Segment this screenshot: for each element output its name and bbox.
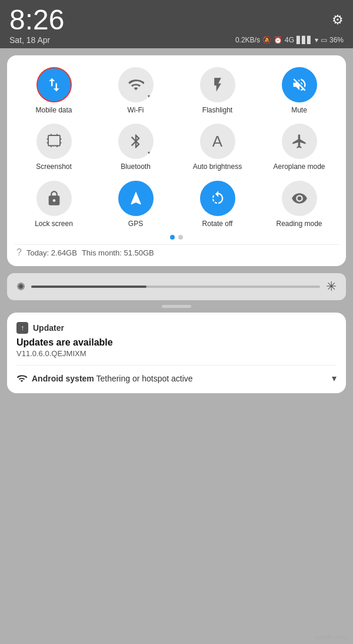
dot-1 <box>170 235 175 240</box>
lock-screen-label: Lock screen <box>35 220 73 228</box>
watermark: wsxdn.com <box>315 633 347 640</box>
quick-settings-panel: Mobile data ▾ Wi-Fi Flashlight <box>7 55 346 266</box>
status-icons: 0.2KB/s 🔕 ⏰ 4G ▋▋▋ ▾ ▭ 36% <box>235 36 344 44</box>
settings-icon[interactable]: ⚙ <box>332 12 344 28</box>
reading-mode-label: Reading mode <box>276 220 322 228</box>
tile-lock-screen[interactable]: Lock screen <box>14 178 94 230</box>
battery-level: 36% <box>329 36 344 44</box>
sim-icon: 4G <box>285 36 294 44</box>
status-bar: 8:26 ⚙ Sat, 18 Apr 0.2KB/s 🔕 ⏰ 4G ▋▋▋ ▾ … <box>0 0 353 48</box>
notification-body: V11.0.6.0.QEJMIXM <box>16 349 337 358</box>
speed-indicator: 0.2KB/s <box>235 36 260 44</box>
data-usage-icon: ? <box>16 247 22 258</box>
battery-icon: ▭ <box>321 36 327 44</box>
tile-auto-brightness[interactable]: A Auto brightness <box>178 121 257 173</box>
notification-title: Updates are available <box>16 337 337 348</box>
time-display: 8:26 <box>9 6 64 34</box>
android-system-label: Android system Tethering or hotspot acti… <box>32 374 193 383</box>
brightness-fill <box>31 286 146 288</box>
alarm-icon: ⏰ <box>274 36 282 44</box>
bluetooth-label: Bluetooth <box>121 162 151 171</box>
screenshot-circle <box>36 124 72 159</box>
tile-aeroplane[interactable]: Aeroplane mode <box>259 121 339 173</box>
brightness-slider-container[interactable]: ✺ ✳ <box>7 273 346 300</box>
mobile-data-circle <box>36 67 72 102</box>
signal-icon: ▋▋▋ <box>297 36 312 44</box>
today-usage: Today: 2.64GB <box>26 248 77 257</box>
flashlight-circle <box>200 67 235 102</box>
tile-reading-mode[interactable]: Reading mode <box>259 178 339 230</box>
tile-screenshot[interactable]: Screenshot <box>14 121 94 173</box>
gps-circle <box>118 181 154 216</box>
updater-app-name: Updater <box>33 323 64 333</box>
mobile-data-label: Mobile data <box>35 106 72 114</box>
tile-grid-row1: Mobile data ▾ Wi-Fi Flashlight <box>14 65 339 230</box>
rotate-circle <box>200 181 235 216</box>
tile-gps[interactable]: GPS <box>96 178 175 230</box>
tile-bluetooth[interactable]: ▾ Bluetooth <box>96 121 175 173</box>
tile-mobile-data[interactable]: Mobile data <box>14 65 94 117</box>
reading-mode-circle <box>282 181 317 216</box>
date-display: Sat, 18 Apr <box>9 35 50 45</box>
notification-second-row: Android system Tethering or hotspot acti… <box>16 373 337 384</box>
svg-rect-0 <box>48 135 60 146</box>
screenshot-label: Screenshot <box>36 162 72 171</box>
brightness-high-icon: ✳ <box>326 279 337 294</box>
scroll-handle <box>162 305 191 308</box>
mute-label: Mute <box>291 106 307 114</box>
month-usage: This month: 51.50GB <box>82 248 154 257</box>
bluetooth-circle: ▾ <box>118 124 154 159</box>
tethering-text: Tethering or hotspot active <box>96 374 192 383</box>
silent-icon: 🔕 <box>262 36 271 44</box>
mute-circle <box>282 67 317 102</box>
flashlight-label: Flashlight <box>202 106 232 114</box>
aeroplane-label: Aeroplane mode <box>273 162 325 171</box>
data-usage-row: ? Today: 2.64GB This month: 51.50GB <box>14 244 339 259</box>
tile-mute[interactable]: Mute <box>259 65 339 117</box>
notification-header: ↑ Updater <box>16 322 337 334</box>
expand-chevron-icon[interactable]: ▾ <box>332 373 337 384</box>
lock-screen-circle <box>36 181 72 216</box>
brightness-track[interactable] <box>31 286 320 288</box>
auto-brightness-circle: A <box>200 124 235 159</box>
gps-label: GPS <box>128 220 143 228</box>
page-indicators <box>14 235 339 240</box>
notification-divider <box>16 365 337 366</box>
wifi-label: Wi-Fi <box>128 106 144 114</box>
aeroplane-circle <box>282 124 317 159</box>
tile-wifi[interactable]: ▾ Wi-Fi <box>96 65 175 117</box>
auto-brightness-label: Auto brightness <box>193 162 242 171</box>
wifi-circle: ▾ <box>118 67 154 102</box>
tile-flashlight[interactable]: Flashlight <box>178 65 257 117</box>
dot-2 <box>178 235 183 240</box>
brightness-low-icon: ✺ <box>16 280 25 293</box>
rotate-label: Rotate off <box>202 220 233 228</box>
updater-app-icon: ↑ <box>16 322 28 334</box>
tile-rotate[interactable]: Rotate off <box>178 178 257 230</box>
wifi-status-icon: ▾ <box>315 36 318 44</box>
notification-card[interactable]: ↑ Updater Updates are available V11.0.6.… <box>7 313 346 393</box>
wifi-notif-icon <box>16 373 27 384</box>
